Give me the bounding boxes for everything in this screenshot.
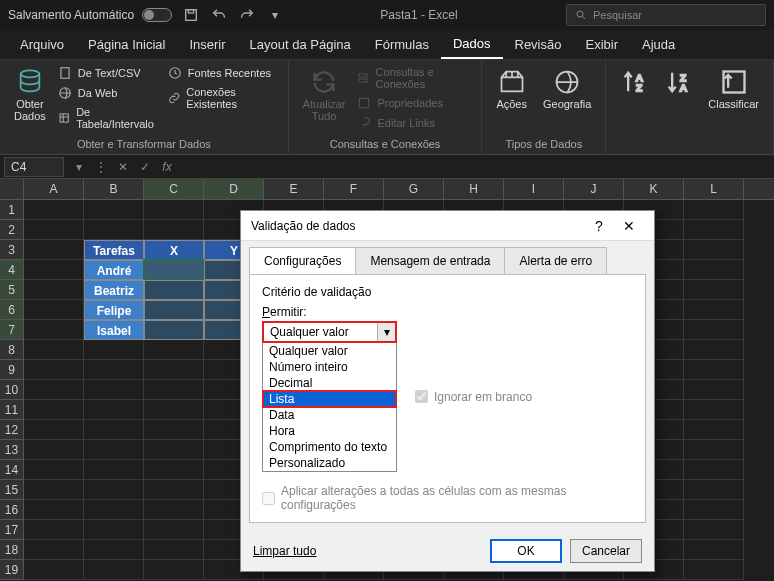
acoes-button[interactable]: Ações	[492, 64, 531, 114]
cell[interactable]	[684, 200, 744, 220]
col-H[interactable]: H	[444, 179, 504, 199]
permitir-listbox[interactable]: Qualquer valor Número inteiro Decimal Li…	[262, 343, 397, 472]
opt-comprimento[interactable]: Comprimento do texto	[263, 439, 396, 455]
cell[interactable]	[84, 560, 144, 580]
cell[interactable]	[684, 540, 744, 560]
row-header[interactable]: 5	[0, 280, 24, 300]
permitir-select[interactable]: Qualquer valor ▾	[262, 321, 397, 343]
col-B[interactable]: B	[84, 179, 144, 199]
sort-za-button[interactable]: ZA	[660, 64, 696, 100]
cell[interactable]	[84, 440, 144, 460]
classificar-button[interactable]: Classificar	[704, 64, 763, 114]
row-header[interactable]: 17	[0, 520, 24, 540]
cell[interactable]	[24, 500, 84, 520]
name-box[interactable]: C4	[4, 157, 64, 177]
cell[interactable]	[144, 280, 204, 300]
cell[interactable]	[684, 220, 744, 240]
cell[interactable]	[684, 520, 744, 540]
formula-input[interactable]	[178, 157, 774, 177]
col-D[interactable]: D	[204, 179, 264, 199]
tab-configuracoes[interactable]: Configurações	[249, 247, 356, 274]
cell[interactable]	[144, 200, 204, 220]
cell[interactable]	[24, 560, 84, 580]
opt-lista[interactable]: Lista	[263, 391, 396, 407]
more-icon[interactable]: ⋮	[90, 160, 112, 174]
namebox-dropdown-icon[interactable]: ▾	[68, 160, 90, 174]
cell[interactable]	[84, 400, 144, 420]
tab-mensagem-entrada[interactable]: Mensagem de entrada	[355, 247, 505, 274]
row-header[interactable]: 1	[0, 200, 24, 220]
opt-data[interactable]: Data	[263, 407, 396, 423]
fx-icon[interactable]: fx	[156, 160, 178, 174]
row-header[interactable]: 8	[0, 340, 24, 360]
cell[interactable]: X	[144, 240, 204, 260]
cell[interactable]	[144, 260, 204, 280]
select-all-corner[interactable]	[0, 179, 24, 199]
cell[interactable]	[24, 400, 84, 420]
cell[interactable]	[144, 480, 204, 500]
cell[interactable]	[684, 420, 744, 440]
cell[interactable]	[144, 500, 204, 520]
cell[interactable]	[684, 500, 744, 520]
col-C[interactable]: C	[144, 179, 204, 199]
cell[interactable]	[144, 540, 204, 560]
cell[interactable]	[684, 400, 744, 420]
cell[interactable]	[24, 320, 84, 340]
cell[interactable]	[24, 240, 84, 260]
row-header[interactable]: 7	[0, 320, 24, 340]
cell[interactable]	[144, 520, 204, 540]
cell[interactable]	[84, 540, 144, 560]
col-G[interactable]: G	[384, 179, 444, 199]
opt-qualquer-valor[interactable]: Qualquer valor	[263, 343, 396, 359]
cell[interactable]	[144, 460, 204, 480]
close-icon[interactable]: ✕	[614, 218, 644, 234]
row-header[interactable]: 6	[0, 300, 24, 320]
cell[interactable]	[684, 260, 744, 280]
row-header[interactable]: 9	[0, 360, 24, 380]
tab-arquivo[interactable]: Arquivo	[8, 31, 76, 58]
cell[interactable]	[144, 340, 204, 360]
row-header[interactable]: 18	[0, 540, 24, 560]
row-header[interactable]: 10	[0, 380, 24, 400]
cell[interactable]	[24, 480, 84, 500]
conexoes-existentes-button[interactable]: Conexões Existentes	[168, 84, 278, 112]
opt-decimal[interactable]: Decimal	[263, 375, 396, 391]
tab-formulas[interactable]: Fórmulas	[363, 31, 441, 58]
cell[interactable]	[684, 440, 744, 460]
da-web-button[interactable]: Da Web	[58, 84, 160, 102]
cancel-icon[interactable]: ✕	[112, 160, 134, 174]
col-E[interactable]: E	[264, 179, 324, 199]
search-input[interactable]: Pesquisar	[566, 4, 766, 26]
cell[interactable]	[84, 460, 144, 480]
limpar-tudo-button[interactable]: Limpar tudo	[253, 539, 316, 563]
cell[interactable]	[24, 460, 84, 480]
cell[interactable]	[684, 340, 744, 360]
row-header[interactable]: 4	[0, 260, 24, 280]
cell[interactable]	[84, 480, 144, 500]
qat-dropdown-icon[interactable]: ▾	[266, 6, 284, 24]
help-icon[interactable]: ?	[584, 218, 614, 234]
col-I[interactable]: I	[504, 179, 564, 199]
cell[interactable]	[24, 520, 84, 540]
cell[interactable]	[144, 300, 204, 320]
row-header[interactable]: 12	[0, 420, 24, 440]
cell[interactable]	[84, 380, 144, 400]
cell[interactable]	[144, 320, 204, 340]
tab-revisao[interactable]: Revisão	[503, 31, 574, 58]
col-F[interactable]: F	[324, 179, 384, 199]
autosave-toggle[interactable]	[142, 8, 172, 22]
cell[interactable]	[84, 220, 144, 240]
tab-alerta-erro[interactable]: Alerta de erro	[504, 247, 607, 274]
cell[interactable]	[24, 360, 84, 380]
cell[interactable]	[144, 360, 204, 380]
row-header[interactable]: 3	[0, 240, 24, 260]
cell[interactable]	[24, 340, 84, 360]
enter-icon[interactable]: ✓	[134, 160, 156, 174]
row-header[interactable]: 11	[0, 400, 24, 420]
editar-links-button[interactable]: Editar Links	[357, 114, 471, 132]
cell[interactable]	[684, 240, 744, 260]
tab-pagina-inicial[interactable]: Página Inicial	[76, 31, 177, 58]
opt-personalizado[interactable]: Personalizado	[263, 455, 396, 471]
row-header[interactable]: 15	[0, 480, 24, 500]
cell[interactable]	[684, 320, 744, 340]
